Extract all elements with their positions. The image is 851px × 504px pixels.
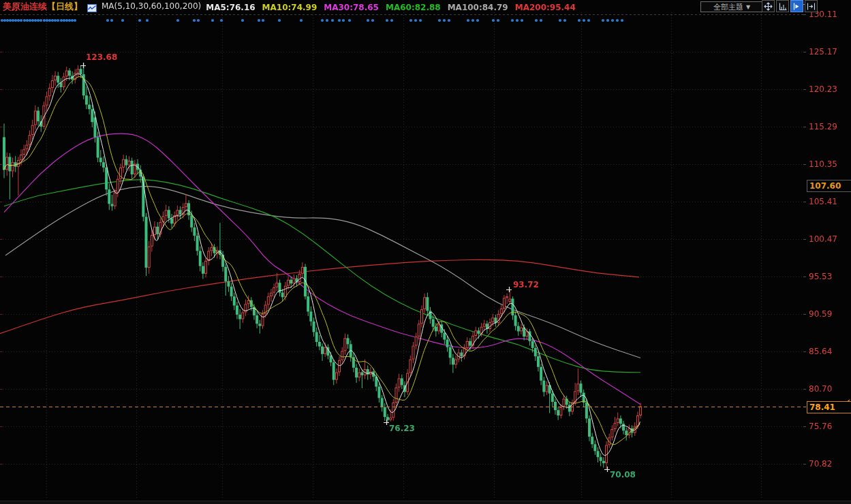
themes-dropdown[interactable]: 全部主题 ▼ [700, 1, 763, 12]
ma-value-1: MA10:74.99 [262, 3, 318, 12]
ma-value-2: MA30:78.65 [324, 3, 379, 12]
line-chart-icon [87, 2, 97, 10]
themes-dropdown-label: 全部主题 [713, 2, 743, 12]
swing-high-label: 93.72 [513, 280, 539, 289]
move-icon[interactable] [762, 0, 775, 12]
price-marker-label: 107.60 [807, 180, 851, 192]
period-label: 【日线】 [47, 1, 82, 12]
chevron-down-icon: ▼ [746, 4, 750, 10]
y-axis-label: 85.64 [809, 347, 832, 356]
y-axis-label: 75.76 [809, 422, 832, 431]
ma-values-row: MA5:76.16MA10:74.99MA30:78.65MA60:82.88M… [206, 0, 583, 13]
ma-value-0: MA5:76.16 [206, 3, 255, 12]
y-axis-label: 110.35 [809, 159, 837, 169]
y-axis-label: 125.17 [809, 47, 837, 57]
y-axis-label: 80.70 [809, 384, 832, 394]
y-axis-label: 120.23 [809, 84, 837, 94]
swing-high-label: 123.68 [86, 52, 117, 62]
y-axis-label: 105.41 [809, 197, 837, 206]
candlestick-chart-canvas[interactable] [0, 0, 851, 504]
axis-scale-icon[interactable] [776, 0, 789, 12]
ma-params-label: MA(5,10,30,60,100,200) [102, 1, 201, 11]
y-axis-label: 70.82 [809, 459, 832, 469]
swing-low-label: 70.08 [610, 470, 636, 479]
chart-application-window: 美原油连续【日线】 MA(5,10,30,60,100,200) MA5:76.… [0, 0, 851, 504]
symbol-name: 美原油连续 [3, 1, 47, 12]
swing-low-label: 76.23 [389, 424, 415, 433]
y-axis-label: 100.47 [809, 234, 837, 244]
y-axis-label: 115.29 [809, 122, 837, 131]
y-axis-label: 90.59 [809, 309, 832, 319]
ma-value-4: MA100:84.79 [448, 3, 508, 12]
ma-value-5: MA200:95.44 [515, 3, 576, 12]
shift-right-icon[interactable] [805, 0, 818, 12]
symbol-title: 美原油连续【日线】 [3, 0, 82, 13]
auto-scroll-icon[interactable] [790, 0, 803, 12]
chart-header: 美原油连续【日线】 MA(5,10,30,60,100,200) MA5:76.… [3, 0, 583, 12]
chart-bottom-frame [0, 501, 851, 504]
chart-toolbar [762, 0, 818, 12]
ma-value-3: MA60:82.88 [386, 3, 441, 12]
current-price-label: 78.41 [807, 401, 851, 413]
y-axis-label: 95.53 [809, 272, 832, 281]
